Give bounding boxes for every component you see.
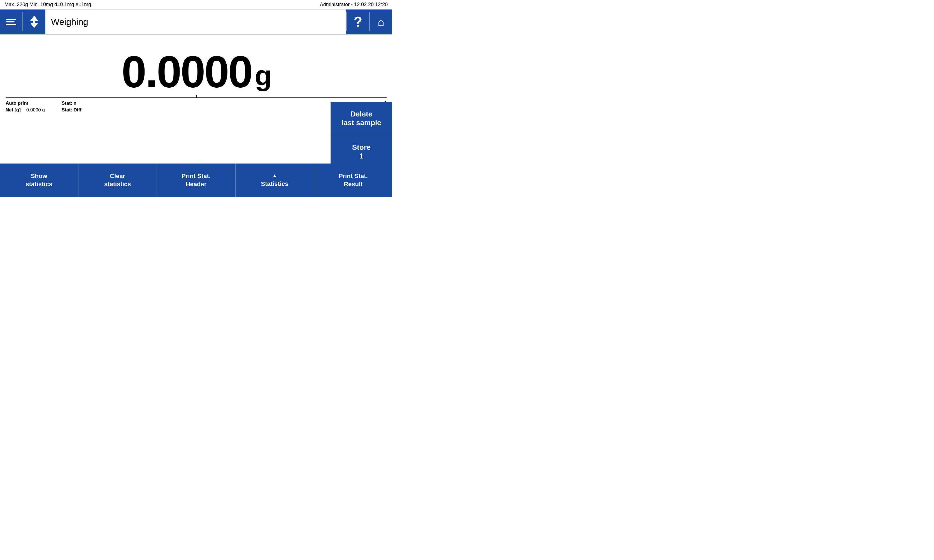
auto-print-label: Auto print: [6, 100, 28, 106]
delete-last-sample-button[interactable]: Deletelast sample: [331, 102, 392, 135]
help-icon: ?: [354, 14, 362, 30]
up-arrow-icon: ▲: [272, 172, 277, 179]
top-toolbar: Weighing ? ⌂: [0, 9, 392, 35]
updown-button[interactable]: [23, 9, 45, 34]
user-datetime: Administrator - 12.02.20 12:20: [320, 2, 388, 8]
bottom-toolbar: Showstatistics Clearstatistics Print Sta…: [0, 163, 392, 197]
weight-value: 0.0000: [122, 46, 252, 97]
clear-statistics-button[interactable]: Clearstatistics: [79, 163, 157, 197]
store-1-button[interactable]: Store1: [331, 135, 392, 168]
left-info: Auto print Net [g] 0.0000 g: [6, 100, 45, 113]
clear-statistics-label: Clearstatistics: [104, 172, 131, 188]
show-statistics-label: Showstatistics: [26, 172, 52, 188]
stat-n-label: Stat: n: [62, 100, 77, 106]
delete-last-sample-label: Deletelast sample: [342, 110, 381, 127]
store-1-label: Store1: [352, 143, 371, 160]
stat-n-item: Stat: n: [62, 100, 82, 106]
main-content: 0.0000 g Auto print Net [g] 0.0000 g Sta…: [0, 35, 392, 197]
page-title-container: Weighing: [45, 9, 346, 34]
home-icon: ⌂: [378, 16, 384, 28]
print-stat-result-label: Print Stat.Result: [339, 172, 368, 188]
scale-tick: [196, 95, 197, 98]
print-stat-header-label: Print Stat.Header: [182, 172, 211, 188]
weight-display: 0.0000 g: [0, 35, 392, 97]
middle-info: Stat: n Stat: Diff: [62, 100, 82, 113]
net-item: Net [g] 0.0000 g: [6, 107, 45, 113]
statistics-label: Statistics: [261, 180, 288, 188]
scale-specs: Max. 220g Min. 10mg d=0.1mg e=1mg: [5, 2, 91, 8]
scale-line: [6, 97, 387, 98]
print-stat-header-button[interactable]: Print Stat.Header: [157, 163, 236, 197]
stat-diff-item: Stat: Diff: [62, 107, 82, 113]
menu-icon: [6, 19, 16, 25]
net-label: Net [g]: [6, 107, 21, 113]
menu-button[interactable]: [0, 9, 22, 34]
print-stat-result-button[interactable]: Print Stat.Result: [314, 163, 392, 197]
auto-print-item: Auto print: [6, 100, 45, 106]
net-value: 0.0000 g: [26, 107, 45, 113]
show-statistics-button[interactable]: Showstatistics: [0, 163, 79, 197]
stat-diff-label: Stat: Diff: [62, 107, 82, 113]
home-button[interactable]: ⌂: [370, 9, 392, 34]
help-button[interactable]: ?: [347, 9, 369, 34]
page-title: Weighing: [51, 17, 88, 27]
updown-icon: [29, 16, 39, 28]
dropdown-popup: Deletelast sample Store1: [331, 102, 392, 168]
status-bar: Max. 220g Min. 10mg d=0.1mg e=1mg Admini…: [0, 0, 392, 9]
weight-unit: g: [255, 60, 271, 92]
statistics-button[interactable]: ▲ Statistics: [236, 163, 314, 197]
